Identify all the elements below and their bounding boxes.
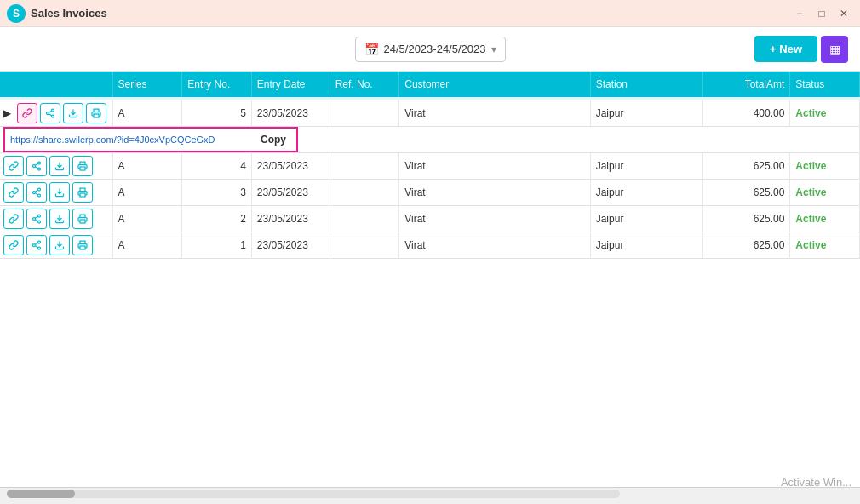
- svg-point-29: [33, 244, 36, 247]
- print-icon[interactable]: [72, 182, 93, 203]
- cell-total-amt: 625.00: [703, 232, 790, 259]
- svg-point-0: [52, 109, 54, 112]
- cell-entry-date: 23/05/2023: [251, 180, 330, 206]
- row-actions: [3, 182, 109, 203]
- cell-ref-no: [330, 180, 399, 206]
- filter-button[interactable]: ▦: [821, 36, 848, 63]
- cell-customer: Virat: [399, 153, 590, 180]
- cell-status: Active: [790, 180, 860, 206]
- download-icon[interactable]: [49, 235, 70, 255]
- toolbar: 📅 24/5/2023-24/5/2023 ▾ + New ▦: [0, 27, 860, 72]
- svg-line-3: [49, 114, 51, 116]
- cell-total-amt: 625.00: [703, 153, 790, 180]
- svg-point-22: [33, 218, 36, 220]
- svg-rect-27: [80, 220, 85, 223]
- share-icon[interactable]: [26, 209, 47, 229]
- cell-station: Jaipur: [590, 153, 703, 180]
- date-range-selector[interactable]: 📅 24/5/2023-24/5/2023 ▾: [355, 37, 506, 62]
- print-icon[interactable]: [72, 156, 93, 176]
- scroll-thumb[interactable]: [7, 490, 75, 498]
- cell-series: A: [112, 206, 182, 232]
- cell-status: Active: [790, 232, 860, 259]
- copy-url-button[interactable]: Copy: [250, 127, 298, 152]
- svg-line-10: [35, 167, 37, 169]
- print-icon[interactable]: [86, 103, 106, 123]
- svg-rect-34: [80, 246, 85, 249]
- svg-line-11: [35, 163, 37, 165]
- cell-entry-date: 23/05/2023: [251, 206, 330, 232]
- cell-status: Active: [790, 206, 860, 232]
- cell-ref-no: [330, 232, 399, 259]
- cell-entry-no: 3: [182, 180, 252, 206]
- link-icon[interactable]: [3, 235, 24, 255]
- cell-ref-no: [330, 153, 399, 180]
- filter-icon: ▦: [829, 43, 840, 56]
- scroll-track: [7, 490, 620, 498]
- col-selector: [0, 72, 112, 97]
- row-actions: [3, 209, 109, 229]
- cell-entry-no: 4: [182, 153, 252, 180]
- download-icon[interactable]: [49, 156, 70, 176]
- url-copy-container: Copy: [3, 127, 859, 152]
- cell-customer: Virat: [399, 232, 590, 259]
- row-actions: [3, 235, 109, 255]
- new-button[interactable]: + New: [754, 36, 817, 62]
- cell-series: A: [112, 153, 182, 180]
- title-bar-left: S Sales Invoices: [7, 4, 107, 23]
- link-icon[interactable]: [3, 209, 24, 229]
- cell-station: Jaipur: [590, 232, 703, 259]
- cell-customer: Virat: [399, 100, 590, 127]
- print-icon[interactable]: [72, 209, 93, 229]
- cell-total-amt: 625.00: [703, 206, 790, 232]
- row-selected-indicator: ▶: [3, 107, 11, 119]
- download-icon[interactable]: [49, 182, 70, 203]
- svg-point-9: [38, 168, 41, 170]
- minimize-button[interactable]: −: [790, 4, 809, 23]
- svg-point-23: [38, 220, 41, 223]
- svg-point-15: [33, 192, 36, 194]
- svg-line-4: [49, 111, 51, 112]
- svg-rect-6: [94, 114, 99, 117]
- row-actions: ▶: [3, 103, 109, 123]
- col-series: Series: [112, 72, 182, 97]
- svg-point-14: [38, 188, 41, 191]
- chevron-down-icon: ▾: [491, 43, 496, 55]
- svg-line-25: [35, 216, 37, 218]
- cell-series: A: [112, 232, 182, 259]
- link-icon[interactable]: [17, 103, 37, 123]
- col-status: Status: [790, 72, 860, 97]
- svg-line-31: [35, 246, 37, 248]
- app-title: Sales Invoices: [31, 7, 107, 20]
- maximize-button[interactable]: □: [812, 4, 831, 23]
- download-icon[interactable]: [49, 209, 70, 229]
- share-icon[interactable]: [40, 103, 60, 123]
- svg-point-7: [38, 162, 41, 164]
- share-url-input[interactable]: [3, 127, 250, 152]
- table-row[interactable]: ▶A523/05/2023ViratJaipur400.00Active: [0, 100, 860, 127]
- svg-point-21: [38, 215, 41, 217]
- link-icon[interactable]: [3, 156, 24, 176]
- link-icon[interactable]: [3, 182, 24, 203]
- table-row[interactable]: A423/05/2023ViratJaipur625.00Active: [0, 153, 860, 180]
- download-icon[interactable]: [63, 103, 83, 123]
- cell-entry-date: 23/05/2023: [251, 153, 330, 180]
- horizontal-scrollbar[interactable]: [0, 487, 860, 499]
- close-button[interactable]: ✕: [834, 4, 853, 23]
- cell-total-amt: 625.00: [703, 180, 790, 206]
- svg-line-32: [35, 243, 37, 244]
- col-ref-no: Ref. No.: [330, 72, 399, 97]
- table-row[interactable]: A123/05/2023ViratJaipur625.00Active: [0, 232, 860, 259]
- col-station: Station: [590, 72, 703, 97]
- share-icon[interactable]: [26, 156, 47, 176]
- table-row[interactable]: A323/05/2023ViratJaipur625.00Active: [0, 180, 860, 206]
- cell-status: Active: [790, 100, 860, 127]
- share-icon[interactable]: [26, 182, 47, 203]
- print-icon[interactable]: [72, 235, 93, 255]
- calendar-icon: 📅: [364, 43, 379, 56]
- share-icon[interactable]: [26, 235, 47, 255]
- cell-series: A: [112, 100, 182, 127]
- url-copy-row: Copy: [0, 127, 860, 153]
- table-row[interactable]: A223/05/2023ViratJaipur625.00Active: [0, 206, 860, 232]
- cell-customer: Virat: [399, 180, 590, 206]
- svg-line-18: [35, 190, 37, 192]
